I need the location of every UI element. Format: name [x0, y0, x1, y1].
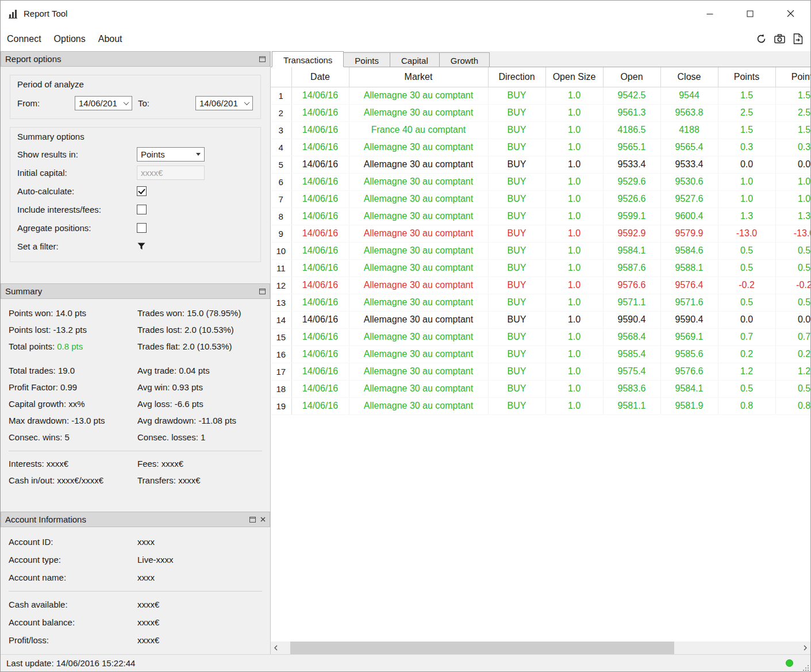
cell-date[interactable]: 14/06/16 [291, 208, 349, 225]
cell-close[interactable]: 9563.8 [660, 104, 718, 121]
initial-capital-input[interactable] [137, 166, 205, 180]
cell-date[interactable]: 14/06/16 [291, 139, 349, 156]
cell-market[interactable]: Allemagne 30 au comptant [349, 277, 488, 294]
table-row[interactable]: 1414/06/16Allemagne 30 au comptantBUY1.0… [271, 311, 810, 328]
cell-points[interactable]: 1.0 [718, 173, 775, 190]
cell-points-overflow[interactable]: 0.3 [775, 139, 810, 156]
maximize-button[interactable] [730, 1, 770, 26]
cell-close[interactable]: 9576.4 [660, 277, 718, 294]
row-number[interactable]: 14 [271, 311, 291, 328]
cell-date[interactable]: 14/06/16 [291, 87, 349, 104]
cell-points-overflow[interactable]: 1.3 [775, 208, 810, 225]
table-row[interactable]: 514/06/16Allemagne 30 au comptantBUY1.09… [271, 156, 810, 173]
cell-close[interactable]: 9530.6 [660, 173, 718, 190]
cell-open[interactable]: 9599.1 [603, 208, 660, 225]
cell-open-size[interactable]: 1.0 [545, 311, 603, 328]
cell-close[interactable]: 9576.6 [660, 363, 718, 380]
report-options-panel-header[interactable]: Report options [1, 51, 270, 67]
cell-points-overflow[interactable]: 0.2 [775, 345, 810, 363]
cell-open[interactable]: 9561.3 [603, 104, 660, 121]
header-close[interactable]: Close [660, 67, 718, 87]
cell-direction[interactable]: BUY [488, 294, 545, 311]
cell-direction[interactable]: BUY [488, 277, 545, 294]
cell-date[interactable]: 14/06/16 [291, 294, 349, 311]
camera-icon[interactable] [774, 33, 785, 45]
cell-market[interactable]: Allemagne 30 au comptant [349, 397, 488, 414]
table-row[interactable]: 114/06/16Allemagne 30 au comptantBUY1.09… [271, 87, 810, 104]
header-date[interactable]: Date [291, 67, 349, 87]
cell-points[interactable]: 0.5 [718, 242, 775, 259]
cell-open[interactable]: 9571.1 [603, 294, 660, 311]
row-number[interactable]: 3 [271, 121, 291, 139]
account-informations-header[interactable]: Account Informations [1, 512, 270, 527]
float-icon[interactable] [249, 517, 256, 523]
cell-direction[interactable]: BUY [488, 121, 545, 139]
cell-open[interactable]: 9565.1 [603, 139, 660, 156]
cell-close[interactable]: 9579.9 [660, 225, 718, 242]
cell-points-overflow[interactable]: 1.0 [775, 190, 810, 208]
cell-open-size[interactable]: 1.0 [545, 139, 603, 156]
tab-points[interactable]: Points [343, 52, 390, 67]
cell-points-overflow[interactable]: -0.2 [775, 277, 810, 294]
cell-date[interactable]: 14/06/16 [291, 380, 349, 397]
cell-open-size[interactable]: 1.0 [545, 380, 603, 397]
cell-market[interactable]: Allemagne 30 au comptant [349, 87, 488, 104]
cell-open-size[interactable]: 1.0 [545, 363, 603, 380]
cell-market[interactable]: Allemagne 30 au comptant [349, 190, 488, 208]
row-number[interactable]: 9 [271, 225, 291, 242]
row-number[interactable]: 19 [271, 397, 291, 414]
cell-date[interactable]: 14/06/16 [291, 277, 349, 294]
cell-open-size[interactable]: 1.0 [545, 259, 603, 277]
cell-points-overflow[interactable]: 2.5 [775, 104, 810, 121]
cell-open-size[interactable]: 1.0 [545, 277, 603, 294]
row-number[interactable]: 8 [271, 208, 291, 225]
tab-capital[interactable]: Capital [390, 52, 440, 67]
table-row[interactable]: 214/06/16Allemagne 30 au comptantBUY1.09… [271, 104, 810, 121]
table-row[interactable]: 1214/06/16Allemagne 30 au comptantBUY1.0… [271, 277, 810, 294]
cell-open[interactable]: 4186.5 [603, 121, 660, 139]
cell-market[interactable]: Allemagne 30 au comptant [349, 294, 488, 311]
cell-points[interactable]: 0.7 [718, 328, 775, 345]
auto-calculate-checkbox[interactable] [137, 186, 147, 196]
cell-open-size[interactable]: 1.0 [545, 208, 603, 225]
cell-open[interactable]: 9533.4 [603, 156, 660, 173]
row-number[interactable]: 2 [271, 104, 291, 121]
cell-close[interactable]: 9565.4 [660, 139, 718, 156]
cell-points-overflow[interactable]: 1.2 [775, 363, 810, 380]
cell-points-overflow[interactable]: -13.0 [775, 225, 810, 242]
row-number[interactable]: 4 [271, 139, 291, 156]
table-row[interactable]: 1014/06/16Allemagne 30 au comptantBUY1.0… [271, 242, 810, 259]
cell-close[interactable]: 9569.1 [660, 328, 718, 345]
cell-market[interactable]: Allemagne 30 au comptant [349, 345, 488, 363]
cell-open-size[interactable]: 1.0 [545, 225, 603, 242]
cell-market[interactable]: Allemagne 30 au comptant [349, 104, 488, 121]
refresh-icon[interactable] [755, 33, 767, 45]
cell-date[interactable]: 14/06/16 [291, 156, 349, 173]
close-button[interactable] [770, 1, 810, 26]
cell-points-overflow[interactable]: 1.0 [775, 173, 810, 190]
cell-open-size[interactable]: 1.0 [545, 104, 603, 121]
cell-open[interactable]: 9587.6 [603, 259, 660, 277]
cell-close[interactable]: 9544 [660, 87, 718, 104]
cell-market[interactable]: Allemagne 30 au comptant [349, 156, 488, 173]
cell-direction[interactable]: BUY [488, 208, 545, 225]
cell-points-overflow[interactable]: 0.0 [775, 156, 810, 173]
cell-market[interactable]: Allemagne 30 au comptant [349, 363, 488, 380]
scrollbar-track[interactable] [281, 642, 800, 654]
cell-open[interactable]: 9568.4 [603, 328, 660, 345]
cell-date[interactable]: 14/06/16 [291, 242, 349, 259]
cell-market[interactable]: France 40 au comptant [349, 121, 488, 139]
table-row[interactable]: 714/06/16Allemagne 30 au comptantBUY1.09… [271, 190, 810, 208]
cell-points[interactable]: 1.5 [718, 121, 775, 139]
cell-direction[interactable]: BUY [488, 139, 545, 156]
cell-points[interactable]: 1.3 [718, 208, 775, 225]
cell-open-size[interactable]: 1.0 [545, 87, 603, 104]
table-row[interactable]: 1514/06/16Allemagne 30 au comptantBUY1.0… [271, 328, 810, 345]
table-row[interactable]: 1714/06/16Allemagne 30 au comptantBUY1.0… [271, 363, 810, 380]
cell-open[interactable]: 9526.6 [603, 190, 660, 208]
header-direction[interactable]: Direction [488, 67, 545, 87]
cell-points-overflow[interactable]: 0.8 [775, 397, 810, 414]
row-number[interactable]: 11 [271, 259, 291, 277]
cell-points[interactable]: 1.0 [718, 190, 775, 208]
cell-points[interactable]: 0.5 [718, 294, 775, 311]
